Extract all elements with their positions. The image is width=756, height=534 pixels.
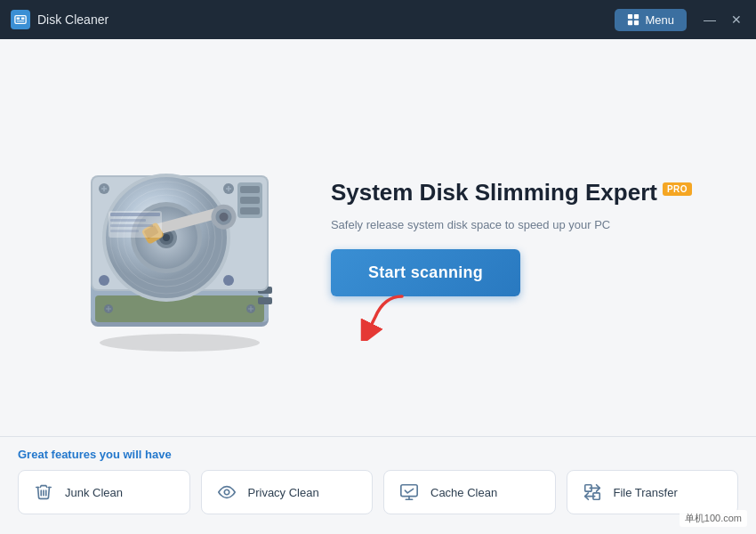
feature-card-file-transfer[interactable]: File Transfer: [567, 470, 739, 514]
features-heading-post: have: [141, 448, 171, 461]
features-bar: Great features you will have Junk Clean: [0, 436, 756, 534]
menu-button[interactable]: Menu: [615, 9, 687, 31]
svg-point-28: [163, 234, 170, 241]
svg-point-55: [224, 490, 229, 495]
recycle-icon: [31, 480, 56, 505]
svg-rect-2: [21, 17, 25, 20]
menu-icon: [627, 13, 639, 26]
feature-card-junk-clean[interactable]: Junk Clean: [18, 470, 190, 514]
svg-rect-13: [258, 297, 272, 304]
transfer-icon: [580, 480, 605, 505]
feature-card-cache-clean[interactable]: Cache Clean: [383, 470, 556, 514]
app-icon: [11, 10, 30, 29]
features-heading-bold: will: [124, 448, 142, 461]
svg-rect-6: [628, 20, 632, 25]
svg-rect-4: [628, 14, 632, 19]
scan-button-wrapper: Start scanning: [331, 249, 520, 296]
product-title-row: System Disk Slimming Expert PRO: [331, 179, 692, 206]
features-heading-pre: Great features you: [18, 448, 124, 461]
hdd-svg: [64, 122, 295, 353]
app-icon-svg: [14, 13, 27, 26]
svg-point-48: [99, 275, 109, 286]
watermark: 单机100.com: [680, 510, 747, 527]
svg-rect-1: [17, 17, 20, 20]
monitor-icon: [397, 480, 422, 505]
svg-rect-3: [17, 20, 25, 21]
arrow-indicator: [340, 292, 411, 341]
features-heading: Great features you will have: [18, 448, 738, 461]
titlebar-right: Menu — ✕: [615, 9, 745, 31]
app-title: Disk Cleaner: [37, 12, 109, 27]
titlebar: Disk Cleaner Menu — ✕: [0, 0, 756, 39]
main-content: System Disk Slimming Expert PRO Safely r…: [0, 39, 756, 436]
close-button[interactable]: ✕: [728, 11, 745, 28]
svg-rect-0: [15, 16, 26, 24]
svg-rect-39: [240, 186, 260, 193]
svg-rect-52: [110, 219, 146, 222]
pro-badge: PRO: [663, 182, 692, 196]
hdd-illustration: [64, 122, 295, 353]
svg-rect-41: [240, 207, 260, 214]
feature-card-privacy-clean[interactable]: Privacy Clean: [201, 470, 374, 514]
watermark-text: 单机100.com: [685, 512, 742, 525]
svg-rect-40: [240, 197, 260, 204]
eye-icon: [214, 480, 239, 505]
svg-rect-7: [634, 20, 639, 25]
cache-clean-label: Cache Clean: [430, 486, 497, 499]
product-subtitle: Safely release system disk space to spee…: [331, 218, 610, 231]
junk-clean-label: Junk Clean: [65, 486, 123, 499]
features-grid: Junk Clean Privacy Clean C: [18, 470, 738, 514]
svg-point-8: [100, 334, 260, 352]
file-transfer-label: File Transfer: [614, 486, 678, 499]
svg-rect-5: [634, 14, 639, 19]
svg-rect-53: [110, 224, 153, 227]
svg-point-49: [223, 275, 234, 286]
window-controls: — ✕: [701, 11, 745, 28]
privacy-clean-label: Privacy Clean: [248, 486, 319, 499]
titlebar-left: Disk Cleaner: [11, 10, 109, 29]
product-title: System Disk Slimming Expert: [331, 179, 657, 206]
right-panel: System Disk Slimming Expert PRO Safely r…: [331, 179, 692, 295]
menu-label: Menu: [645, 13, 674, 27]
minimize-button[interactable]: —: [701, 11, 719, 28]
svg-rect-56: [401, 485, 417, 497]
svg-rect-51: [110, 213, 160, 216]
start-scan-button[interactable]: Start scanning: [331, 249, 520, 296]
svg-rect-54: [110, 230, 139, 232]
